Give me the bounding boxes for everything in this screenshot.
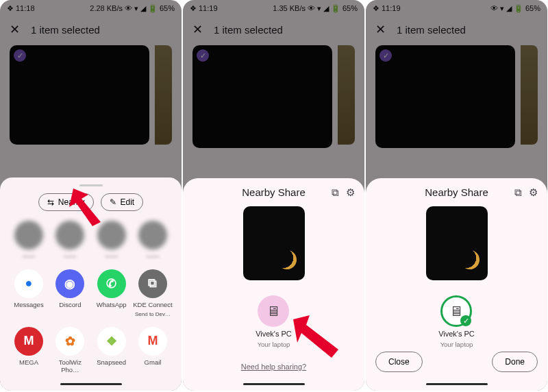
device-name: Vivek's PC — [256, 330, 292, 338]
selected-photo[interactable]: ✓ — [10, 45, 149, 145]
battery-icon: 🔋 — [514, 4, 523, 13]
battery-icon: 🔋 — [148, 4, 158, 13]
share-preview — [243, 206, 305, 280]
wifi-icon: ▾ — [317, 4, 321, 13]
app-sublabel: Send to Dev… — [135, 311, 171, 317]
home-indicator[interactable] — [426, 383, 488, 386]
battery-pct: 65% — [342, 4, 358, 12]
nearby-share-sheet: Nearby Share ⧉ ⚙ 🖥 Vivek's PC Your lapto… — [183, 178, 364, 391]
device-name: Vivek's PC — [438, 330, 475, 338]
dnd-icon: 👁 — [490, 4, 498, 12]
nearby-device[interactable]: 🖥 Vivek's PC Your laptop — [256, 295, 292, 348]
share-app[interactable]: ❖Snapseed — [91, 327, 132, 373]
app-icon: ✿ — [55, 327, 84, 356]
avatar — [138, 221, 167, 249]
selected-photo[interactable]: ✓ — [192, 45, 332, 148]
share-app[interactable]: MGmail — [132, 327, 173, 373]
home-indicator[interactable] — [60, 383, 122, 386]
share-app[interactable]: ✆WhatsApp — [91, 269, 132, 317]
share-sheet: ⇆ Nearby ✎ Edit —— —— —— —— ●Messages◉Di… — [0, 177, 182, 391]
selected-badge-icon: ✓ — [14, 49, 26, 62]
signal-icon: ◢ — [323, 4, 329, 13]
share-app[interactable]: ◉Discord — [49, 269, 90, 317]
laptop-icon: 🖥 — [258, 295, 289, 327]
adjacent-photo[interactable] — [521, 45, 538, 145]
share-contact[interactable]: —— — [8, 221, 49, 260]
close-icon[interactable]: ✕ — [10, 23, 20, 36]
app-icon: ✆ — [97, 269, 126, 298]
help-link[interactable]: Need help sharing? — [192, 363, 355, 371]
status-time: 11:19 — [199, 4, 218, 12]
avatar — [14, 221, 43, 249]
app-icon: M — [14, 327, 43, 356]
edit-button[interactable]: ✎ Edit — [101, 193, 144, 211]
app-icon: ◉ — [55, 269, 84, 298]
app-label: Snapseed — [97, 358, 126, 366]
app-label: MEGA — [19, 358, 38, 366]
status-icon: ❖ — [190, 4, 197, 13]
app-label: WhatsApp — [97, 301, 127, 308]
adjacent-photo[interactable] — [155, 45, 172, 145]
app-icon: ● — [14, 269, 43, 298]
nearby-icon: ⇆ — [47, 197, 54, 207]
selection-header: ✕ 1 item selected — [183, 16, 364, 42]
nearby-button[interactable]: ⇆ Nearby — [38, 193, 94, 211]
app-icon: ❖ — [97, 327, 126, 356]
close-button[interactable]: Close — [375, 352, 423, 372]
status-icon: ❖ — [7, 4, 14, 13]
selection-header: ✕ 1 item selected — [366, 16, 547, 42]
share-contact[interactable]: —— — [49, 221, 90, 260]
status-time: 11:19 — [382, 4, 401, 12]
nearby-share-title: Nearby Share — [242, 186, 306, 198]
nearby-device-sent[interactable]: 🖥 Vivek's PC Your laptop — [438, 295, 475, 348]
selection-header: ✕ 1 item selected — [0, 16, 182, 42]
moon-icon — [458, 247, 482, 272]
status-time: 11:18 — [16, 4, 35, 12]
header-title: 1 item selected — [397, 24, 466, 36]
battery-pct: 65% — [525, 4, 540, 12]
battery-pct: 65% — [160, 4, 175, 12]
close-icon[interactable]: ✕ — [375, 23, 386, 36]
gear-icon[interactable]: ⚙ — [346, 186, 355, 199]
dnd-icon: 👁 — [308, 4, 315, 12]
device-type: Your laptop — [440, 341, 473, 348]
device-type: Your laptop — [258, 341, 290, 348]
adjacent-photo[interactable] — [338, 45, 355, 145]
dnd-icon: 👁 — [125, 4, 132, 12]
edit-label: Edit — [121, 197, 135, 207]
share-app[interactable]: ⧉KDE ConnectSend to Dev… — [132, 269, 173, 317]
share-preview — [426, 206, 488, 280]
app-icon: M — [138, 327, 167, 356]
avatar — [55, 221, 84, 249]
share-app[interactable]: ●Messages — [8, 269, 49, 317]
avatar — [97, 221, 126, 249]
app-label: KDE Connect — [133, 301, 173, 308]
sheet-handle[interactable] — [79, 184, 103, 186]
status-net: 1.35 KB/s — [273, 4, 306, 12]
laptop-success-icon: 🖥 — [440, 295, 472, 327]
app-icon: ⧉ — [138, 269, 167, 298]
signal-icon: ◢ — [140, 4, 146, 13]
signal-icon: ◢ — [506, 4, 512, 13]
share-app[interactable]: MMEGA — [8, 327, 49, 373]
selected-photo[interactable]: ✓ — [375, 45, 515, 148]
close-icon[interactable]: ✕ — [192, 23, 203, 36]
gear-icon[interactable]: ⚙ — [529, 186, 538, 199]
selected-badge-icon: ✓ — [379, 49, 392, 62]
moon-icon — [275, 247, 299, 272]
done-button[interactable]: Done — [492, 352, 538, 372]
home-indicator[interactable] — [243, 383, 305, 386]
nearby-share-sheet: Nearby Share ⧉ ⚙ 🖥 Vivek's PC Your lapto… — [366, 178, 547, 391]
battery-icon: 🔋 — [331, 4, 340, 13]
feedback-icon[interactable]: ⧉ — [514, 186, 522, 199]
status-net: 2.28 KB/s — [90, 4, 123, 12]
share-contact[interactable]: —— — [91, 221, 132, 260]
feedback-icon[interactable]: ⧉ — [332, 186, 339, 199]
header-title: 1 item selected — [214, 24, 283, 36]
share-app[interactable]: ✿ToolWiz Pho… — [49, 327, 90, 373]
share-contact[interactable]: —— — [132, 221, 173, 260]
selected-badge-icon: ✓ — [197, 49, 209, 62]
app-label: Discord — [59, 301, 81, 308]
wifi-icon: ▾ — [500, 4, 504, 13]
app-label: Messages — [14, 301, 43, 308]
